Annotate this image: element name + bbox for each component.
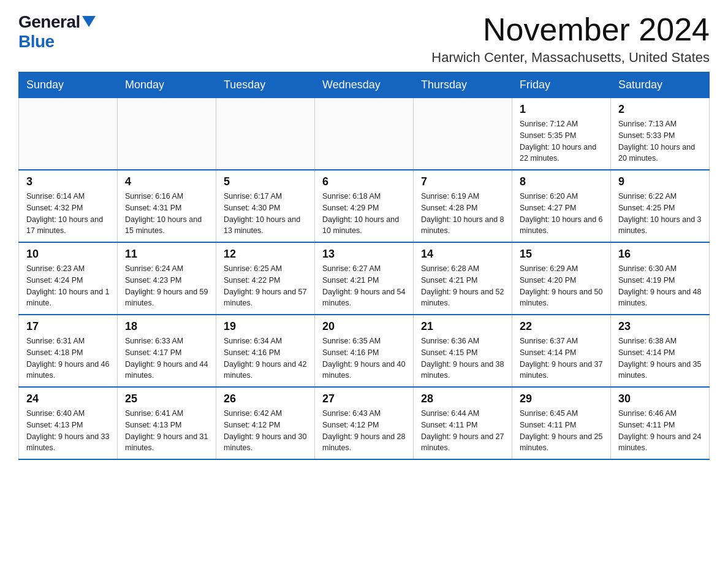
day-number: 16: [618, 248, 702, 261]
day-info: Sunrise: 6:31 AMSunset: 4:18 PMDaylight:…: [26, 335, 110, 381]
day-number: 25: [125, 393, 208, 405]
calendar-cell: 9Sunrise: 6:22 AMSunset: 4:25 PMDaylight…: [611, 170, 710, 242]
calendar-cell: 17Sunrise: 6:31 AMSunset: 4:18 PMDayligh…: [19, 315, 118, 387]
day-info: Sunrise: 7:13 AMSunset: 5:33 PMDaylight:…: [618, 118, 702, 164]
weekday-header-tuesday: Tuesday: [216, 72, 315, 98]
calendar-cell: 28Sunrise: 6:44 AMSunset: 4:11 PMDayligh…: [414, 387, 512, 459]
calendar-cell: [315, 98, 414, 170]
calendar-header: SundayMondayTuesdayWednesdayThursdayFrid…: [19, 72, 710, 98]
day-number: 17: [26, 320, 110, 333]
day-info: Sunrise: 6:36 AMSunset: 4:15 PMDaylight:…: [421, 335, 504, 381]
calendar-cell: [216, 98, 315, 170]
day-info: Sunrise: 7:12 AMSunset: 5:35 PMDaylight:…: [520, 118, 603, 164]
day-number: 21: [421, 320, 504, 333]
day-info: Sunrise: 6:33 AMSunset: 4:17 PMDaylight:…: [125, 335, 208, 381]
logo-blue-text: Blue: [18, 32, 55, 51]
weekday-header-sunday: Sunday: [19, 72, 118, 98]
calendar-row-4: 24Sunrise: 6:40 AMSunset: 4:13 PMDayligh…: [19, 387, 710, 459]
day-number: 2: [618, 103, 702, 116]
calendar-cell: 6Sunrise: 6:18 AMSunset: 4:29 PMDaylight…: [315, 170, 414, 242]
page-header: General Blue November 2024 Harwich Cente…: [18, 12, 710, 66]
calendar-cell: 4Sunrise: 6:16 AMSunset: 4:31 PMDaylight…: [118, 170, 216, 242]
day-info: Sunrise: 6:34 AMSunset: 4:16 PMDaylight:…: [224, 335, 307, 381]
calendar-cell: 16Sunrise: 6:30 AMSunset: 4:19 PMDayligh…: [611, 242, 710, 315]
day-number: 12: [224, 248, 307, 261]
day-number: 6: [322, 175, 406, 188]
location-title: Harwich Center, Massachusetts, United St…: [431, 50, 710, 66]
weekday-header-thursday: Thursday: [414, 72, 512, 98]
calendar-body: 1Sunrise: 7:12 AMSunset: 5:35 PMDaylight…: [19, 98, 710, 460]
logo-general-text: General: [18, 12, 80, 32]
day-number: 28: [421, 393, 504, 405]
day-number: 26: [224, 393, 307, 405]
day-info: Sunrise: 6:20 AMSunset: 4:27 PMDaylight:…: [520, 191, 603, 237]
day-info: Sunrise: 6:28 AMSunset: 4:21 PMDaylight:…: [421, 263, 504, 309]
day-info: Sunrise: 6:30 AMSunset: 4:19 PMDaylight:…: [618, 263, 702, 309]
day-number: 24: [26, 393, 110, 405]
day-info: Sunrise: 6:43 AMSunset: 4:12 PMDaylight:…: [322, 408, 406, 454]
calendar-cell: 18Sunrise: 6:33 AMSunset: 4:17 PMDayligh…: [118, 315, 216, 387]
day-number: 22: [520, 320, 603, 333]
day-number: 4: [125, 175, 208, 188]
calendar-cell: 30Sunrise: 6:46 AMSunset: 4:11 PMDayligh…: [611, 387, 710, 459]
logo: General Blue: [18, 12, 96, 52]
calendar-cell: 12Sunrise: 6:25 AMSunset: 4:22 PMDayligh…: [216, 242, 315, 315]
calendar-cell: 13Sunrise: 6:27 AMSunset: 4:21 PMDayligh…: [315, 242, 414, 315]
calendar-cell: 20Sunrise: 6:35 AMSunset: 4:16 PMDayligh…: [315, 315, 414, 387]
calendar-cell: 27Sunrise: 6:43 AMSunset: 4:12 PMDayligh…: [315, 387, 414, 459]
day-number: 13: [322, 248, 406, 261]
day-info: Sunrise: 6:45 AMSunset: 4:11 PMDaylight:…: [520, 408, 603, 454]
logo-triangle-icon: [82, 16, 96, 27]
day-number: 14: [421, 248, 504, 261]
calendar-row-0: 1Sunrise: 7:12 AMSunset: 5:35 PMDaylight…: [19, 98, 710, 170]
day-info: Sunrise: 6:14 AMSunset: 4:32 PMDaylight:…: [26, 191, 110, 237]
calendar-cell: 1Sunrise: 7:12 AMSunset: 5:35 PMDaylight…: [512, 98, 611, 170]
calendar-table: SundayMondayTuesdayWednesdayThursdayFrid…: [18, 72, 710, 460]
day-info: Sunrise: 6:44 AMSunset: 4:11 PMDaylight:…: [421, 408, 504, 454]
day-info: Sunrise: 6:24 AMSunset: 4:23 PMDaylight:…: [125, 263, 208, 309]
day-number: 11: [125, 248, 208, 261]
day-number: 19: [224, 320, 307, 333]
weekday-header-monday: Monday: [118, 72, 216, 98]
day-info: Sunrise: 6:16 AMSunset: 4:31 PMDaylight:…: [125, 191, 208, 237]
day-number: 20: [322, 320, 406, 333]
calendar-cell: [118, 98, 216, 170]
day-info: Sunrise: 6:27 AMSunset: 4:21 PMDaylight:…: [322, 263, 406, 309]
day-number: 8: [520, 175, 603, 188]
day-number: 30: [618, 393, 702, 405]
calendar-cell: 26Sunrise: 6:42 AMSunset: 4:12 PMDayligh…: [216, 387, 315, 459]
day-number: 27: [322, 393, 406, 405]
calendar-cell: 5Sunrise: 6:17 AMSunset: 4:30 PMDaylight…: [216, 170, 315, 242]
day-info: Sunrise: 6:18 AMSunset: 4:29 PMDaylight:…: [322, 191, 406, 237]
calendar-cell: 2Sunrise: 7:13 AMSunset: 5:33 PMDaylight…: [611, 98, 710, 170]
weekday-header-row: SundayMondayTuesdayWednesdayThursdayFrid…: [19, 72, 710, 98]
calendar-cell: 10Sunrise: 6:23 AMSunset: 4:24 PMDayligh…: [19, 242, 118, 315]
calendar-cell: 21Sunrise: 6:36 AMSunset: 4:15 PMDayligh…: [414, 315, 512, 387]
day-info: Sunrise: 6:19 AMSunset: 4:28 PMDaylight:…: [421, 191, 504, 237]
weekday-header-saturday: Saturday: [611, 72, 710, 98]
day-number: 5: [224, 175, 307, 188]
weekday-header-friday: Friday: [512, 72, 611, 98]
day-info: Sunrise: 6:23 AMSunset: 4:24 PMDaylight:…: [26, 263, 110, 309]
day-number: 1: [520, 103, 603, 116]
day-info: Sunrise: 6:37 AMSunset: 4:14 PMDaylight:…: [520, 335, 603, 381]
day-number: 23: [618, 320, 702, 333]
day-number: 7: [421, 175, 504, 188]
calendar-cell: 22Sunrise: 6:37 AMSunset: 4:14 PMDayligh…: [512, 315, 611, 387]
day-info: Sunrise: 6:38 AMSunset: 4:14 PMDaylight:…: [618, 335, 702, 381]
calendar-cell: 24Sunrise: 6:40 AMSunset: 4:13 PMDayligh…: [19, 387, 118, 459]
calendar-row-1: 3Sunrise: 6:14 AMSunset: 4:32 PMDaylight…: [19, 170, 710, 242]
day-info: Sunrise: 6:35 AMSunset: 4:16 PMDaylight:…: [322, 335, 406, 381]
calendar-row-2: 10Sunrise: 6:23 AMSunset: 4:24 PMDayligh…: [19, 242, 710, 315]
calendar-cell: [414, 98, 512, 170]
day-info: Sunrise: 6:17 AMSunset: 4:30 PMDaylight:…: [224, 191, 307, 237]
day-number: 10: [26, 248, 110, 261]
day-info: Sunrise: 6:40 AMSunset: 4:13 PMDaylight:…: [26, 408, 110, 454]
calendar-cell: 3Sunrise: 6:14 AMSunset: 4:32 PMDaylight…: [19, 170, 118, 242]
day-number: 29: [520, 393, 603, 405]
calendar-cell: [19, 98, 118, 170]
calendar-cell: 11Sunrise: 6:24 AMSunset: 4:23 PMDayligh…: [118, 242, 216, 315]
day-info: Sunrise: 6:22 AMSunset: 4:25 PMDaylight:…: [618, 191, 702, 237]
calendar-cell: 25Sunrise: 6:41 AMSunset: 4:13 PMDayligh…: [118, 387, 216, 459]
day-info: Sunrise: 6:41 AMSunset: 4:13 PMDaylight:…: [125, 408, 208, 454]
